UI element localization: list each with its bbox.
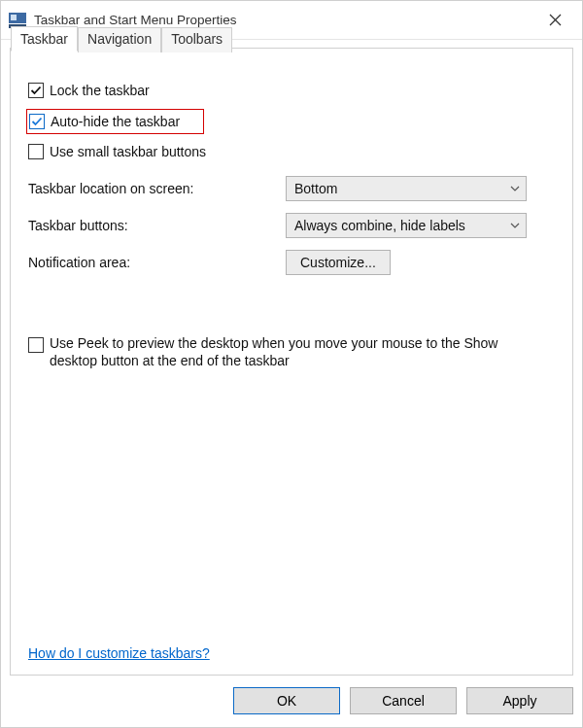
peek-row: Use Peek to preview the desktop when you… <box>28 335 555 369</box>
peek-checkbox[interactable] <box>28 337 44 353</box>
small-buttons-row: Use small taskbar buttons <box>28 139 555 164</box>
tab-taskbar[interactable]: Taskbar <box>11 26 78 52</box>
chevron-down-icon <box>510 218 520 233</box>
lock-taskbar-label: Lock the taskbar <box>50 83 150 98</box>
small-buttons-label: Use small taskbar buttons <box>50 144 206 159</box>
cancel-button[interactable]: Cancel <box>350 687 457 714</box>
tab-content: Lock the taskbar Auto-hide the taskbar U… <box>11 49 572 675</box>
tab-strip: Taskbar Navigation Toolbars <box>11 25 232 51</box>
small-buttons-checkbox[interactable] <box>28 144 44 159</box>
autohide-checkbox[interactable] <box>29 114 45 129</box>
apply-button[interactable]: Apply <box>466 687 573 714</box>
buttons-label: Taskbar buttons: <box>28 218 286 233</box>
svg-rect-2 <box>11 15 17 20</box>
location-label: Taskbar location on screen: <box>28 181 286 196</box>
autohide-label: Auto-hide the taskbar <box>51 114 180 129</box>
chevron-down-icon <box>510 181 520 196</box>
close-button[interactable] <box>535 1 574 40</box>
location-row: Taskbar location on screen: Bottom <box>28 176 555 201</box>
autohide-highlight: Auto-hide the taskbar <box>26 109 204 134</box>
help-link[interactable]: How do I customize taskbars? <box>28 645 210 661</box>
notification-label: Notification area: <box>28 255 286 270</box>
buttons-row: Taskbar buttons: Always combine, hide la… <box>28 213 555 238</box>
tab-panel: Taskbar Navigation Toolbars Lock the tas… <box>10 48 573 676</box>
peek-label: Use Peek to preview the desktop when you… <box>50 335 535 369</box>
lock-taskbar-checkbox[interactable] <box>28 83 44 98</box>
location-dropdown[interactable]: Bottom <box>286 176 527 201</box>
buttons-dropdown[interactable]: Always combine, hide labels <box>286 213 527 238</box>
notification-row: Notification area: Customize... <box>28 250 555 275</box>
ok-button[interactable]: OK <box>233 687 340 714</box>
buttons-dropdown-value: Always combine, hide labels <box>294 218 465 233</box>
dialog-footer: OK Cancel Apply <box>10 683 573 718</box>
customize-button[interactable]: Customize... <box>286 250 391 275</box>
lock-taskbar-row: Lock the taskbar <box>28 78 555 103</box>
location-dropdown-value: Bottom <box>294 181 337 196</box>
